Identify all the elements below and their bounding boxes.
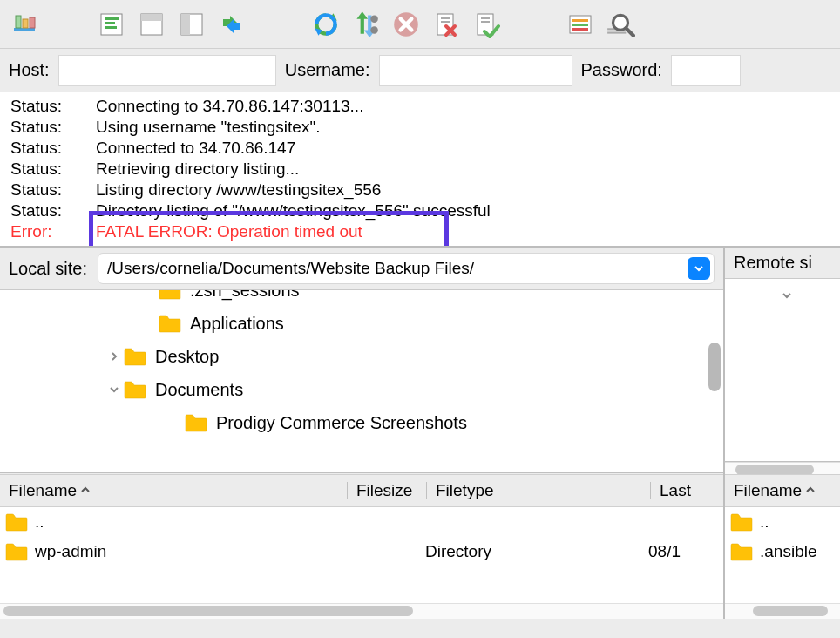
col-filetype[interactable]: Filetype xyxy=(427,481,650,500)
tree-item-label: .zsh_sessions xyxy=(190,290,300,301)
file-name: .. xyxy=(760,512,769,532)
log-message: Listing directory /www/testingsitex_556 xyxy=(96,180,840,200)
search-button[interactable] xyxy=(603,7,638,42)
host-input[interactable] xyxy=(58,55,276,86)
svg-rect-20 xyxy=(481,21,490,23)
local-list-hscroll[interactable] xyxy=(0,603,723,619)
log-label: Status: xyxy=(0,200,96,221)
local-tree[interactable]: .zsh_sessionsApplicationsDesktopDocument… xyxy=(0,290,723,473)
toolbar xyxy=(0,0,840,49)
file-modified: 08/1 xyxy=(648,542,723,561)
folder-icon xyxy=(159,290,190,300)
chevron-right-icon[interactable] xyxy=(105,351,124,362)
password-label: Password: xyxy=(581,60,662,80)
remote-file-list: Filename ...ansible xyxy=(725,474,840,619)
svg-rect-22 xyxy=(572,19,588,22)
remote-tree[interactable] xyxy=(725,279,840,462)
log-message: Retrieving directory listing... xyxy=(96,159,840,180)
file-type: Directory xyxy=(425,542,648,561)
folder-icon xyxy=(124,380,155,399)
file-row[interactable]: .. xyxy=(725,507,840,537)
file-name: wp-admin xyxy=(35,542,106,561)
scrollbar-thumb[interactable] xyxy=(708,343,721,391)
local-list-header[interactable]: Filename Filesize Filetype Last xyxy=(0,474,723,507)
log-label: Status: xyxy=(0,180,96,200)
svg-point-12 xyxy=(370,15,378,23)
remote-list-hscroll[interactable] xyxy=(725,603,840,619)
log-label: Status: xyxy=(0,159,96,180)
file-row[interactable]: wp-adminDirectory08/1 xyxy=(0,537,723,567)
toggle-localtree-button[interactable] xyxy=(134,7,169,42)
folder-icon xyxy=(159,314,190,333)
toggle-queue-button[interactable] xyxy=(214,7,249,42)
file-name: .. xyxy=(35,512,44,532)
col-filename[interactable]: Filename xyxy=(0,481,347,500)
sort-asc-icon xyxy=(805,484,816,498)
svg-line-28 xyxy=(626,28,633,36)
folder-icon xyxy=(725,542,760,561)
svg-rect-3 xyxy=(30,17,35,28)
svg-rect-1 xyxy=(16,16,21,28)
process-queue-button[interactable] xyxy=(349,7,383,42)
col-filename[interactable]: Filename xyxy=(725,481,840,500)
remote-list-header[interactable]: Filename xyxy=(725,474,840,507)
host-label: Host: xyxy=(9,60,50,80)
local-site-label: Local site: xyxy=(9,259,87,279)
col-lastmod[interactable]: Last xyxy=(651,481,723,500)
log-label: Status: xyxy=(0,138,96,159)
disconnect-button[interactable] xyxy=(429,7,464,42)
filter-button[interactable] xyxy=(563,7,598,42)
local-file-list: Filename Filesize Filetype Last ..wp-adm… xyxy=(0,474,725,619)
log-message: Connected to 34.70.86.147 xyxy=(96,138,840,159)
tree-item[interactable]: .zsh_sessions xyxy=(0,290,723,307)
log-row: Error:FATAL ERROR: Operation timed out xyxy=(0,221,840,242)
log-row: Status:Connected to 34.70.86.147 xyxy=(0,138,840,159)
quickconnect-bar: Host: Username: Password: xyxy=(0,49,840,92)
folder-icon xyxy=(124,347,155,366)
svg-point-13 xyxy=(370,26,378,34)
tree-item[interactable]: Documents xyxy=(0,373,723,406)
sitemgr-button[interactable] xyxy=(7,7,42,42)
log-row: Status:Using username "testingsitex". xyxy=(0,117,840,138)
tree-item[interactable]: Prodigy Commerce Screenshots xyxy=(0,406,723,439)
message-log: Status:Connecting to 34.70.86.147:30113.… xyxy=(0,92,840,248)
cancel-button[interactable] xyxy=(389,7,423,42)
svg-rect-7 xyxy=(105,26,117,29)
refresh-button[interactable] xyxy=(308,7,343,42)
reconnect-button[interactable] xyxy=(469,7,504,42)
local-panel: Local site: /Users/cornelia/Documents/We… xyxy=(0,248,725,474)
svg-rect-17 xyxy=(441,21,450,23)
log-row: Status:Retrieving directory listing... xyxy=(0,159,840,180)
tree-item[interactable]: Desktop xyxy=(0,340,723,373)
folder-icon xyxy=(0,542,35,561)
sort-asc-icon xyxy=(80,484,91,498)
log-label: Error: xyxy=(0,221,96,242)
svg-rect-24 xyxy=(572,28,588,31)
svg-rect-5 xyxy=(105,17,119,20)
log-row: Status:Connecting to 34.70.86.147:30113.… xyxy=(0,96,840,117)
combo-dropdown-icon[interactable] xyxy=(688,257,710,280)
file-row[interactable]: .ansible xyxy=(725,537,840,567)
file-name: .ansible xyxy=(760,542,817,561)
chevron-down-icon[interactable] xyxy=(105,384,124,395)
svg-rect-6 xyxy=(105,22,115,24)
log-label: Status: xyxy=(0,96,96,117)
remote-tree-hscroll[interactable] xyxy=(725,462,840,474)
svg-rect-9 xyxy=(141,14,162,21)
col-filesize[interactable]: Filesize xyxy=(348,481,426,500)
svg-rect-2 xyxy=(23,19,28,28)
password-input[interactable] xyxy=(671,55,741,86)
folder-icon xyxy=(185,413,216,432)
local-path-combo[interactable]: /Users/cornelia/Documents/Website Backup… xyxy=(98,253,715,284)
username-input[interactable] xyxy=(379,55,572,86)
chevron-down-icon[interactable] xyxy=(777,290,796,301)
toggle-remotetree-button[interactable] xyxy=(174,7,209,42)
tree-item-label: Prodigy Commerce Screenshots xyxy=(216,413,467,433)
tree-item-label: Applications xyxy=(190,314,284,334)
local-path-text: /Users/cornelia/Documents/Website Backup… xyxy=(107,259,688,278)
svg-rect-11 xyxy=(181,14,190,35)
log-row: Status:Listing directory /www/testingsit… xyxy=(0,180,840,200)
tree-item[interactable]: Applications xyxy=(0,307,723,340)
file-row[interactable]: .. xyxy=(0,507,723,537)
toggle-log-button[interactable] xyxy=(94,7,129,42)
